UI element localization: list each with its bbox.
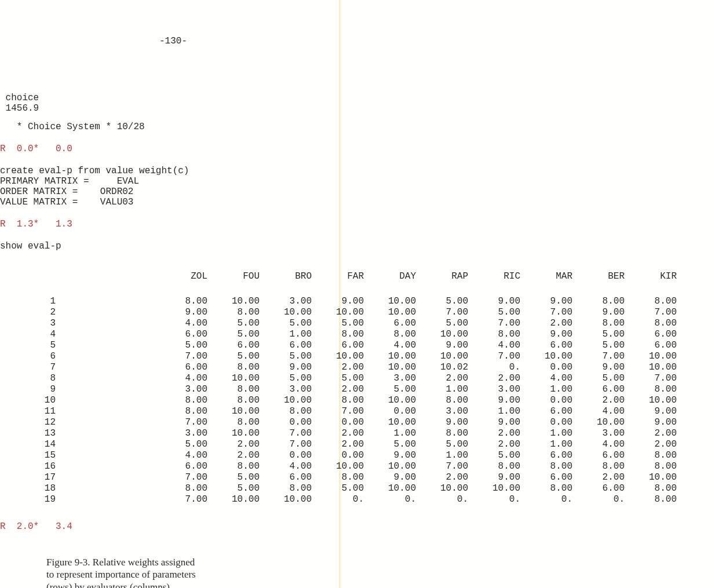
table-cell: 5.00 — [264, 318, 316, 329]
table-cell: 0. — [369, 494, 421, 505]
table-cell: 5.00 — [264, 351, 316, 362]
row-label: 19 — [34, 494, 160, 505]
table-cell: 9.00 — [160, 307, 212, 318]
table-cell: 6.00 — [629, 329, 681, 340]
table-cell: 7.00 — [160, 494, 212, 505]
table-cell: 0. — [473, 494, 525, 505]
table-cell: 5.00 — [212, 483, 264, 494]
table-cell: 8.00 — [629, 296, 681, 307]
table-cell: 10.00 — [629, 362, 681, 373]
table-row: 133.0010.007.002.001.008.002.001.003.002… — [34, 428, 681, 439]
table-cell: 10.00 — [629, 472, 681, 483]
table-cell: 5.00 — [212, 318, 264, 329]
column-header: BER — [577, 271, 629, 296]
table-cell: 8.00 — [629, 494, 681, 505]
table-cell: 9.00 — [473, 395, 525, 406]
table-cell: 7.00 — [421, 307, 473, 318]
table-cell: 3.00 — [160, 428, 212, 439]
table-row: 29.008.0010.0010.0010.007.005.007.009.00… — [34, 307, 681, 318]
table-cell: 7.00 — [525, 307, 577, 318]
table-cell: 8.00 — [212, 395, 264, 406]
table-cell: 10.00 — [212, 373, 264, 384]
table-cell: 9.00 — [525, 329, 577, 340]
table-cell: 8.00 — [212, 384, 264, 395]
column-header: FOU — [212, 271, 264, 296]
table-cell: 7.00 — [629, 307, 681, 318]
terminal-prompt-3: R 2.0* 3.4 — [0, 521, 72, 532]
table-cell: 9.00 — [369, 472, 421, 483]
terminal-choice-line2: 1456.9 — [0, 103, 39, 114]
table-cell: 5.00 — [369, 384, 421, 395]
table-cell: 8.00 — [577, 296, 629, 307]
table-cell: 10.00 — [369, 395, 421, 406]
table-cell: 4.00 — [160, 373, 212, 384]
table-cell: 7.00 — [264, 428, 316, 439]
terminal-prompt-1: R 0.0* 0.0 — [0, 144, 72, 154]
table-cell: 10.00 — [525, 351, 577, 362]
table-cell: 6.00 — [264, 340, 316, 351]
table-cell: 5.00 — [577, 329, 629, 340]
row-label: 9 — [34, 384, 160, 395]
table-cell: 4.00 — [577, 406, 629, 417]
table-cell: 5.00 — [212, 329, 264, 340]
table-cell: 6.00 — [629, 340, 681, 351]
table-cell: 10.00 — [316, 351, 369, 362]
table-cell: 8.00 — [316, 472, 369, 483]
table-cell: 4.00 — [264, 461, 316, 472]
table-cell: 6.00 — [264, 472, 316, 483]
table-cell: 6.00 — [160, 461, 212, 472]
row-label: 8 — [34, 373, 160, 384]
table-cell: 3.00 — [473, 384, 525, 395]
table-cell: 8.00 — [212, 461, 264, 472]
table-cell: 8.00 — [316, 395, 369, 406]
document-page: -130- choice 1456.9 * Choice System * 10… — [0, 0, 715, 588]
terminal-order-matrix: ORDER MATRIX = ORDR02 — [0, 187, 133, 197]
table-cell: 3.00 — [264, 384, 316, 395]
table-cell: 5.00 — [421, 318, 473, 329]
table-cell: 6.00 — [160, 329, 212, 340]
table-cell: 10.00 — [369, 483, 421, 494]
row-label: 15 — [34, 450, 160, 461]
table-cell: 8.00 — [212, 362, 264, 373]
table-cell: 0. — [577, 494, 629, 505]
caption-line2: to represent importance of parameters — [46, 569, 196, 580]
table-cell: 8.00 — [421, 428, 473, 439]
table-cell: 8.00 — [473, 461, 525, 472]
table-cell: 5.00 — [369, 439, 421, 450]
row-label: 13 — [34, 428, 160, 439]
table-cell: 9.00 — [577, 362, 629, 373]
table-cell: 9.00 — [525, 296, 577, 307]
table-cell: 0.00 — [316, 417, 369, 428]
table-row: 127.008.000.000.0010.009.009.000.0010.00… — [34, 417, 681, 428]
table-row: 197.0010.0010.000.0.0.0.0.0.8.00 — [34, 494, 681, 505]
table-row: 154.002.000.000.009.001.005.006.006.008.… — [34, 450, 681, 461]
row-label: 17 — [34, 472, 160, 483]
table-cell: 5.00 — [160, 340, 212, 351]
table-cell: 8.00 — [160, 296, 212, 307]
table-cell: 10.00 — [212, 406, 264, 417]
table-corner — [34, 271, 160, 296]
table-cell: 7.00 — [629, 373, 681, 384]
column-header: FAR — [316, 271, 369, 296]
table-cell: 8.00 — [212, 417, 264, 428]
row-label: 12 — [34, 417, 160, 428]
table-cell: 9.00 — [577, 307, 629, 318]
terminal-choice-line1: choice — [0, 93, 39, 103]
caption-line1: Figure 9-3. Relative weights assigned — [46, 557, 195, 568]
table-cell: 7.00 — [473, 351, 525, 362]
table-cell: 9.00 — [473, 296, 525, 307]
table-cell: 0.00 — [369, 406, 421, 417]
table-cell: 2.00 — [473, 428, 525, 439]
table-cell: 10.00 — [369, 362, 421, 373]
table-cell: 9.00 — [473, 417, 525, 428]
eval-p-table: ZOLFOUBROFARDAYRAPRICMARBERKIR 18.0010.0… — [34, 271, 681, 505]
table-cell: 6.00 — [577, 450, 629, 461]
table-cell: 0.00 — [264, 417, 316, 428]
table-cell: 8.00 — [629, 450, 681, 461]
table-cell: 10.00 — [264, 494, 316, 505]
table-cell: 4.00 — [160, 450, 212, 461]
table-cell: 4.00 — [369, 340, 421, 351]
table-cell: 2.00 — [316, 428, 369, 439]
table-cell: 8.00 — [264, 406, 316, 417]
table-cell: 5.00 — [160, 439, 212, 450]
